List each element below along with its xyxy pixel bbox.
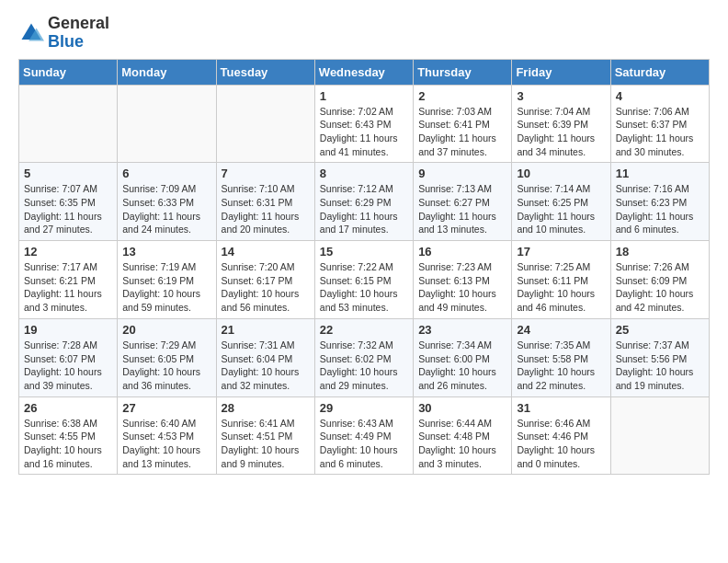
day-info: Sunrise: 7:34 AM Sunset: 6:00 PM Dayligh… [418,339,506,393]
header: General Blue [18,15,710,52]
day-number: 29 [320,401,408,415]
day-number: 13 [122,245,210,259]
day-number: 10 [517,167,605,180]
calendar-cell [610,396,709,475]
calendar-cell: 11Sunrise: 7:16 AM Sunset: 6:23 PM Dayli… [610,163,709,241]
calendar-cell: 16Sunrise: 7:23 AM Sunset: 6:13 PM Dayli… [414,241,512,319]
day-number: 14 [222,245,310,259]
logo: General Blue [18,15,109,52]
calendar-cell: 17Sunrise: 7:25 AM Sunset: 6:11 PM Dayli… [512,241,610,319]
day-info: Sunrise: 7:37 AM Sunset: 5:56 PM Dayligh… [616,339,704,393]
calendar-cell: 3Sunrise: 7:04 AM Sunset: 6:39 PM Daylig… [512,85,610,163]
calendar-week-3: 12Sunrise: 7:17 AM Sunset: 6:21 PM Dayli… [19,241,710,319]
calendar-cell: 27Sunrise: 6:40 AM Sunset: 4:53 PM Dayli… [118,396,216,475]
calendar-week-1: 1Sunrise: 7:02 AM Sunset: 6:43 PM Daylig… [19,85,710,163]
day-number: 25 [616,323,704,337]
day-info: Sunrise: 6:43 AM Sunset: 4:49 PM Dayligh… [320,417,408,471]
calendar-cell [118,85,216,163]
day-info: Sunrise: 7:16 AM Sunset: 6:23 PM Dayligh… [616,182,704,236]
calendar-cell: 22Sunrise: 7:32 AM Sunset: 6:02 PM Dayli… [314,318,413,396]
calendar-cell: 4Sunrise: 7:06 AM Sunset: 6:37 PM Daylig… [610,85,709,163]
day-info: Sunrise: 7:14 AM Sunset: 6:25 PM Dayligh… [517,182,605,236]
day-number: 2 [418,89,506,103]
calendar-week-4: 19Sunrise: 7:28 AM Sunset: 6:07 PM Dayli… [19,318,710,396]
calendar-cell: 21Sunrise: 7:31 AM Sunset: 6:04 PM Dayli… [216,318,314,396]
calendar-cell: 25Sunrise: 7:37 AM Sunset: 5:56 PM Dayli… [610,318,709,396]
day-number: 4 [616,89,704,103]
calendar-cell: 20Sunrise: 7:29 AM Sunset: 6:05 PM Dayli… [118,318,216,396]
calendar-table: SundayMondayTuesdayWednesdayThursdayFrid… [18,59,710,476]
day-number: 21 [222,323,310,337]
calendar-cell: 14Sunrise: 7:20 AM Sunset: 6:17 PM Dayli… [216,241,314,319]
day-info: Sunrise: 7:02 AM Sunset: 6:43 PM Dayligh… [320,105,408,159]
logo-text: General Blue [48,15,109,52]
calendar-cell: 5Sunrise: 7:07 AM Sunset: 6:35 PM Daylig… [19,163,118,241]
calendar-cell: 23Sunrise: 7:34 AM Sunset: 6:00 PM Dayli… [414,318,512,396]
day-info: Sunrise: 7:35 AM Sunset: 5:58 PM Dayligh… [517,339,605,393]
day-number: 12 [24,245,112,259]
day-number: 15 [320,245,408,259]
calendar-cell: 7Sunrise: 7:10 AM Sunset: 6:31 PM Daylig… [216,163,314,241]
day-info: Sunrise: 7:28 AM Sunset: 6:07 PM Dayligh… [24,339,112,393]
calendar-cell: 29Sunrise: 6:43 AM Sunset: 4:49 PM Dayli… [314,396,413,475]
day-number: 24 [517,323,605,337]
day-number: 7 [222,167,310,180]
calendar-body: 1Sunrise: 7:02 AM Sunset: 6:43 PM Daylig… [19,85,710,475]
day-info: Sunrise: 7:25 AM Sunset: 6:11 PM Dayligh… [517,260,605,315]
day-number: 5 [24,167,112,180]
day-info: Sunrise: 7:19 AM Sunset: 6:19 PM Dayligh… [122,260,210,315]
calendar-cell: 12Sunrise: 7:17 AM Sunset: 6:21 PM Dayli… [19,241,118,319]
column-header-friday: Friday [512,59,610,85]
column-header-tuesday: Tuesday [216,59,314,85]
main-container: General Blue SundayMondayTuesdayWednesda… [0,0,728,484]
day-number: 31 [517,401,605,415]
calendar-cell: 9Sunrise: 7:13 AM Sunset: 6:27 PM Daylig… [414,163,512,241]
day-number: 28 [222,401,310,415]
calendar-week-2: 5Sunrise: 7:07 AM Sunset: 6:35 PM Daylig… [19,163,710,241]
day-number: 8 [320,167,408,180]
column-header-thursday: Thursday [414,59,512,85]
day-info: Sunrise: 7:29 AM Sunset: 6:05 PM Dayligh… [122,339,210,393]
day-number: 20 [122,323,210,337]
day-info: Sunrise: 6:40 AM Sunset: 4:53 PM Dayligh… [122,417,210,471]
logo-icon [18,20,44,46]
day-info: Sunrise: 6:41 AM Sunset: 4:51 PM Dayligh… [222,417,310,471]
day-number: 19 [24,323,112,337]
calendar-cell: 6Sunrise: 7:09 AM Sunset: 6:33 PM Daylig… [118,163,216,241]
day-info: Sunrise: 7:03 AM Sunset: 6:41 PM Dayligh… [418,105,506,159]
day-number: 3 [517,89,605,103]
calendar-cell: 24Sunrise: 7:35 AM Sunset: 5:58 PM Dayli… [512,318,610,396]
day-number: 18 [616,245,704,259]
calendar-cell: 2Sunrise: 7:03 AM Sunset: 6:41 PM Daylig… [414,85,512,163]
day-info: Sunrise: 6:44 AM Sunset: 4:48 PM Dayligh… [418,417,506,471]
day-number: 26 [24,401,112,415]
day-number: 11 [616,167,704,180]
day-number: 9 [418,167,506,180]
day-number: 1 [320,89,408,103]
day-number: 27 [122,401,210,415]
calendar-cell: 1Sunrise: 7:02 AM Sunset: 6:43 PM Daylig… [314,85,413,163]
calendar-cell [19,85,118,163]
day-info: Sunrise: 7:23 AM Sunset: 6:13 PM Dayligh… [418,260,506,315]
calendar-cell: 18Sunrise: 7:26 AM Sunset: 6:09 PM Dayli… [610,241,709,319]
calendar-cell: 30Sunrise: 6:44 AM Sunset: 4:48 PM Dayli… [414,396,512,475]
day-info: Sunrise: 7:26 AM Sunset: 6:09 PM Dayligh… [616,260,704,315]
day-number: 30 [418,401,506,415]
day-number: 6 [122,167,210,180]
day-info: Sunrise: 7:10 AM Sunset: 6:31 PM Dayligh… [222,182,310,236]
day-number: 16 [418,245,506,259]
calendar-cell: 26Sunrise: 6:38 AM Sunset: 4:55 PM Dayli… [19,396,118,475]
day-info: Sunrise: 7:32 AM Sunset: 6:02 PM Dayligh… [320,339,408,393]
calendar-cell: 13Sunrise: 7:19 AM Sunset: 6:19 PM Dayli… [118,241,216,319]
day-info: Sunrise: 7:04 AM Sunset: 6:39 PM Dayligh… [517,105,605,159]
calendar-cell: 28Sunrise: 6:41 AM Sunset: 4:51 PM Dayli… [216,396,314,475]
day-info: Sunrise: 6:46 AM Sunset: 4:46 PM Dayligh… [517,417,605,471]
day-info: Sunrise: 7:12 AM Sunset: 6:29 PM Dayligh… [320,182,408,236]
calendar-cell: 8Sunrise: 7:12 AM Sunset: 6:29 PM Daylig… [314,163,413,241]
day-number: 22 [320,323,408,337]
day-info: Sunrise: 7:20 AM Sunset: 6:17 PM Dayligh… [222,260,310,315]
day-info: Sunrise: 7:09 AM Sunset: 6:33 PM Dayligh… [122,182,210,236]
calendar-cell: 19Sunrise: 7:28 AM Sunset: 6:07 PM Dayli… [19,318,118,396]
day-info: Sunrise: 7:22 AM Sunset: 6:15 PM Dayligh… [320,260,408,315]
day-info: Sunrise: 7:07 AM Sunset: 6:35 PM Dayligh… [24,182,112,236]
